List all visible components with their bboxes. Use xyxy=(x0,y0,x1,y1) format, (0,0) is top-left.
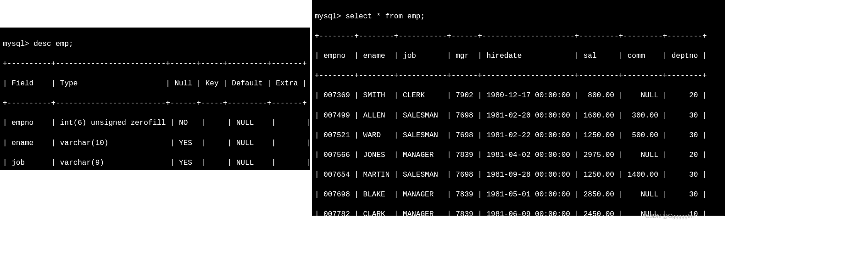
table-row: | 007499 | ALLEN | SALESMAN | 7698 | 198… xyxy=(315,111,722,121)
terminal-desc-emp: mysql> desc emp; +----------+-----------… xyxy=(0,28,310,170)
table-separator: +--------+--------+-----------+------+--… xyxy=(315,71,722,81)
table-row: | 007566 | JONES | MANAGER | 7839 | 1981… xyxy=(315,151,722,161)
table-header-row: | Field | Type | Null | Key | Default | … xyxy=(3,79,307,89)
table-header-row: | empno | ename | job | mgr | hiredate |… xyxy=(315,51,722,61)
table-row: | 007369 | SMITH | CLERK | 7902 | 1980-1… xyxy=(315,91,722,101)
table-separator: +----------+-------------------------+--… xyxy=(3,59,307,69)
table-row: | ename | varchar(10) | YES | | NULL | | xyxy=(3,139,307,149)
table-row: | 007521 | WARD | SALESMAN | 7698 | 1981… xyxy=(315,131,722,141)
table-row: | job | varchar(9) | YES | | NULL | | xyxy=(3,158,307,168)
table-row: | 007654 | MARTIN | SALESMAN | 7698 | 19… xyxy=(315,170,722,180)
table-separator: +----------+-------------------------+--… xyxy=(3,99,307,109)
table-separator: +--------+--------+-----------+------+--… xyxy=(315,32,722,42)
watermark-text: CSDN @Ggggggtm xyxy=(645,212,694,220)
mysql-prompt-desc: mysql> desc emp; xyxy=(3,39,307,50)
table-row: | 007698 | BLAKE | MANAGER | 7839 | 1981… xyxy=(315,190,722,200)
terminal-select-emp: mysql> select * from emp; +--------+----… xyxy=(312,0,725,216)
table-row: | empno | int(6) unsigned zerofill | NO … xyxy=(3,118,307,128)
mysql-prompt-select: mysql> select * from emp; xyxy=(315,12,722,22)
